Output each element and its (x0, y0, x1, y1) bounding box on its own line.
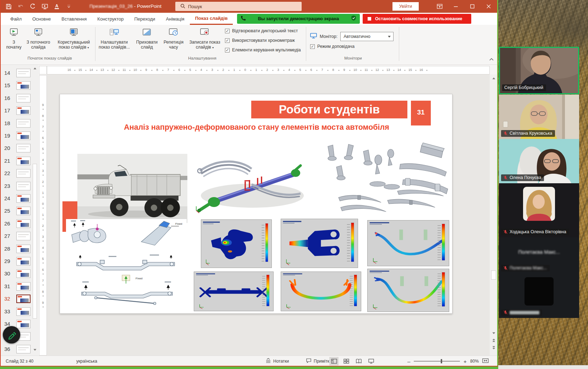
slide-thumbnail-15[interactable]: 15 (1, 79, 31, 91)
fea-plot-fork-bracket-stress[interactable] (281, 219, 358, 268)
next-slide-icon[interactable] (490, 345, 497, 351)
fea-plot-axle-beam-stress-straight[interactable] (194, 272, 274, 311)
ribbon-tab[interactable]: Основне (27, 13, 56, 25)
thumbnail-preview (16, 169, 31, 178)
slide-title-banner[interactable]: Роботи студентів (251, 101, 407, 118)
participant-tile[interactable]: Світлана Круковська (499, 95, 579, 139)
scroll-up-icon[interactable] (32, 66, 38, 71)
minimize-button[interactable] (448, 0, 464, 13)
ruler-mark: 8 (154, 68, 160, 72)
participant-tile[interactable]: Сергій Бобрицький (499, 47, 579, 94)
fea-plot-axle-beam-deflection-2[interactable] (367, 269, 449, 312)
slide-thumbnail-17[interactable]: 17 (1, 105, 31, 117)
load-scheme-drawings[interactable]: Fixed (66, 219, 187, 311)
slide-thumbnail-29[interactable]: 29 (1, 255, 31, 267)
scroll-down-icon[interactable] (490, 330, 497, 336)
normal-view-button[interactable] (329, 357, 339, 365)
slide-thumbnail-22[interactable]: 22 (1, 167, 31, 179)
fea-plot-axle-beam-deflection-1[interactable] (367, 220, 449, 266)
truck-photo[interactable] (77, 154, 187, 223)
zoom-slider[interactable] (414, 361, 460, 362)
language-indicator[interactable]: українська (76, 356, 97, 367)
ruler-tick (262, 70, 262, 71)
annotation-pencil-button[interactable] (3, 326, 20, 343)
slide-thumbnail-33[interactable]: 33 (1, 306, 31, 318)
previous-slide-icon[interactable] (490, 337, 497, 343)
ribbon-tab[interactable]: Переходи (129, 13, 160, 25)
slide-thumbnail-26[interactable]: 26 (1, 218, 31, 230)
monitor-select[interactable]: Автоматично (340, 32, 394, 41)
ribbon-tab[interactable]: Вставлення (56, 13, 92, 25)
fit-to-window-icon[interactable] (482, 358, 489, 364)
ruler-mark: 9 (143, 68, 149, 72)
participant-tile[interactable]: Ходацька Олена Вікторівна (499, 183, 579, 237)
slide-thumbnail-18[interactable]: 18 (1, 117, 31, 129)
presenter-mode-checkbox[interactable]: ✓ Режим доповідача (310, 44, 355, 49)
scroll-up-icon[interactable] (490, 76, 497, 81)
slide-sorter-view-button[interactable] (342, 357, 351, 365)
customize-qat-icon[interactable] (65, 3, 72, 10)
stop-share-button[interactable]: Остановить совместное использование (363, 14, 471, 24)
slide-thumbnail-21[interactable]: 21 (1, 155, 31, 167)
canvas-scrollbar[interactable] (490, 74, 498, 356)
participant-name-label: Олена Почуєва (501, 174, 544, 181)
slide-thumbnail-25[interactable]: 25 (1, 205, 31, 217)
participant-tile[interactable]: Олена Почуєва (499, 139, 579, 183)
participant-tile[interactable] (499, 274, 579, 318)
slideshow-view-button[interactable] (367, 357, 376, 365)
slide-subtitle[interactable]: Аналіз напружено-деформованого стану еле… (97, 123, 416, 132)
zoom-percent[interactable]: 80% (470, 359, 479, 364)
canvas-scroll-thumb[interactable] (491, 270, 496, 280)
slide-32[interactable]: Роботи студентів 31 Аналіз напружено-деф… (60, 94, 452, 314)
reading-view-button[interactable] (354, 357, 363, 365)
ruler-mark: 3 (209, 68, 215, 72)
zoom-slider-thumb[interactable] (441, 359, 442, 363)
zoom-out-button[interactable]: – (407, 358, 410, 364)
slide-thumbnail-14[interactable]: 14 (1, 67, 31, 79)
thumbnail-scrollbar[interactable] (32, 65, 38, 356)
search-input[interactable]: Пошук (175, 2, 302, 11)
slide-thumbnail-30[interactable]: 30 (1, 268, 31, 280)
suspension-assembly-render[interactable] (192, 150, 306, 217)
slide-thumbnail-28[interactable]: 28 (1, 243, 31, 255)
slideshow-icon[interactable] (41, 3, 48, 10)
ribbon-tab[interactable]: Анімація (160, 13, 189, 25)
ribbon-tab[interactable]: Показ слайдів (190, 13, 233, 25)
slide-thumbnail-27[interactable]: 27 (1, 230, 31, 242)
zoom-in-button[interactable]: + (463, 358, 467, 364)
slide-thumbnail-31[interactable]: 31 (1, 280, 31, 292)
slide-thumbnail-23[interactable]: 23 (1, 180, 31, 192)
slide-thumbnail-24[interactable]: 24 (1, 192, 31, 205)
slide-thumbnail-19[interactable]: 19 (1, 130, 31, 142)
ruler-tick (86, 70, 86, 71)
slide-thumbnail-36[interactable]: 36 (1, 343, 31, 355)
slide-page-badge[interactable]: 31 (411, 101, 431, 125)
ribbon-tab[interactable]: Конструктор (92, 13, 129, 25)
maximize-button[interactable] (464, 0, 480, 13)
save-icon[interactable] (5, 3, 12, 10)
undo-icon[interactable] (17, 3, 24, 10)
fea-plot-axle-beam-stress-curved[interactable] (281, 272, 361, 311)
redo-icon[interactable] (29, 3, 36, 10)
close-button[interactable] (480, 0, 497, 13)
comments-toggle[interactable]: Примітки (306, 356, 331, 367)
slide-counter[interactable]: Слайд 32 з 40 (6, 356, 33, 367)
thumbnail-scroll-thumb[interactable] (33, 164, 37, 319)
ribbon-checkbox[interactable]: ✓Відтворювати дикторський текст (225, 28, 298, 33)
ribbon-tab[interactable]: Файл (5, 13, 27, 25)
participant-tile[interactable]: Полетаєва Макс...Полетаєва Макс... (499, 237, 579, 274)
slide-thumbnail-32[interactable]: 32 (1, 293, 31, 305)
notes-toggle[interactable]: Нотатки (265, 356, 289, 367)
font-color-icon[interactable]: A (53, 3, 60, 10)
axle-parts-collage[interactable] (318, 141, 449, 219)
ruler-mark: 2 (220, 68, 226, 72)
ribbon-display-options-icon[interactable] (432, 0, 448, 13)
ribbon-checkbox[interactable]: ✓Елементи керування мультимедіа (225, 47, 301, 52)
slide-thumbnail-20[interactable]: 20 (1, 142, 31, 154)
ribbon-checkbox[interactable]: ✓Використовувати хронометраж (225, 38, 295, 43)
sign-in-button[interactable]: Увійти (392, 2, 419, 11)
fea-plot-steering-knuckle-stress[interactable] (201, 219, 272, 268)
slide-thumbnail-16[interactable]: 16 (1, 92, 31, 104)
scroll-down-icon[interactable] (32, 347, 38, 353)
collapse-ribbon-icon[interactable] (489, 56, 495, 60)
